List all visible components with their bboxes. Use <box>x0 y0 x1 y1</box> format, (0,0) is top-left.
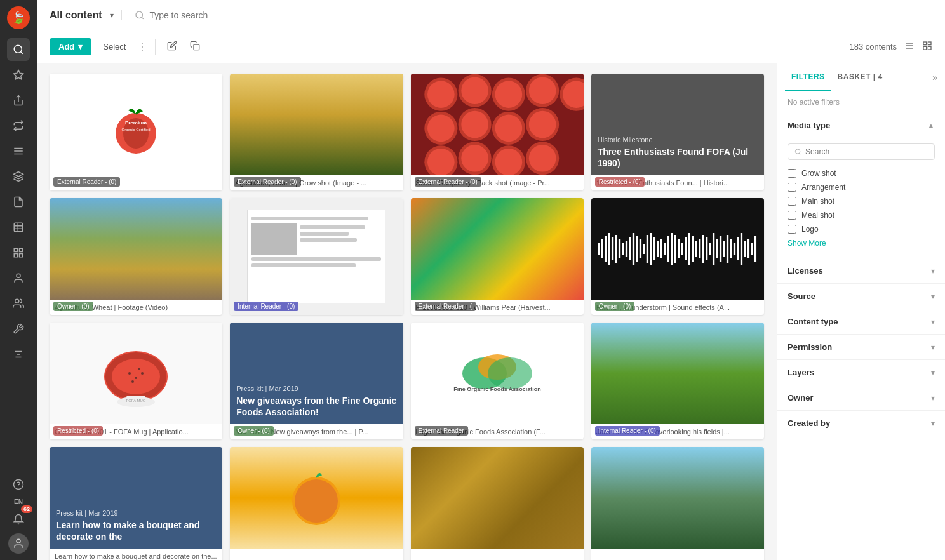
svg-point-18 <box>17 274 20 277</box>
filter-option-growshot[interactable]: Grow shot <box>788 166 935 180</box>
grid-item[interactable]: Historic Milestone Three Enthusiasts Fou… <box>591 74 764 190</box>
sidebar-settings-icon[interactable] <box>7 343 30 366</box>
sidebar-share-icon[interactable] <box>7 89 30 112</box>
sidebar-file-icon[interactable] <box>7 190 30 213</box>
notifications-icon[interactable]: 62 <box>7 508 30 531</box>
panel-expand-icon[interactable]: » <box>932 72 937 83</box>
search-input[interactable] <box>149 10 932 20</box>
filter-permission-header[interactable]: Permission ▾ <box>777 335 945 360</box>
sidebar-import-icon[interactable] <box>7 114 30 137</box>
sidebar-layers-icon[interactable] <box>7 165 30 188</box>
filter-source-label: Source <box>788 291 815 301</box>
sidebar-widget-icon[interactable] <box>7 241 30 264</box>
filter-label-logo: Logo <box>801 225 819 234</box>
sidebar-help-icon[interactable] <box>7 473 30 496</box>
svg-text:Premium: Premium <box>125 120 147 126</box>
grid-item[interactable]: External Reader - ( F-10005903-010 - Wil… <box>411 198 584 315</box>
show-more-button[interactable]: Show More <box>788 236 826 250</box>
filter-source-header[interactable]: Source ▾ <box>777 284 945 309</box>
grid-item[interactable] <box>230 447 403 560</box>
filter-owner-header[interactable]: Owner ▾ <box>777 385 945 411</box>
grid-item[interactable]: External Reader - (0) Sweet, Raspberry |… <box>411 74 584 190</box>
sidebar-users-icon[interactable] <box>7 292 30 315</box>
grid-view-icon[interactable] <box>922 41 932 53</box>
add-button[interactable]: Add ▾ <box>50 38 91 55</box>
item-label <box>411 549 584 556</box>
title-dropdown-icon[interactable]: ▾ <box>110 11 114 20</box>
item-overlay: Historic Milestone Three Enthusiasts Fou… <box>591 74 764 175</box>
filter-contenttype-header[interactable]: Content type ▾ <box>777 309 945 335</box>
filter-search-box <box>788 143 935 160</box>
app-logo[interactable]: 🍃 <box>7 6 30 29</box>
filter-checkbox-growshot[interactable] <box>788 169 796 178</box>
grid-item[interactable]: ✓ <box>230 198 403 315</box>
sidebar-wrench-icon[interactable] <box>7 317 30 340</box>
grid-item[interactable]: Owner - (0) Rainfall, Thunderstorm | Sou… <box>591 198 764 315</box>
tab-basket[interactable]: BASKET | 4 <box>831 63 889 91</box>
grid-item[interactable] <box>591 447 764 560</box>
filter-contenttype-chevron: ▾ <box>931 317 935 326</box>
sort-icon[interactable] <box>904 41 915 53</box>
tab-filters[interactable]: FILTERS <box>785 63 831 91</box>
svg-rect-92 <box>685 237 687 260</box>
filter-checkbox-logo[interactable] <box>788 225 796 234</box>
sidebar-star-icon[interactable] <box>7 63 30 86</box>
svg-rect-86 <box>664 243 666 255</box>
grid-item[interactable]: ✓ <box>50 323 222 439</box>
filter-checkbox-mealshot[interactable] <box>788 211 796 220</box>
edit-icon-btn[interactable] <box>163 38 181 56</box>
grid-item[interactable]: External Reader - (0) Agriculture, Natur… <box>230 74 403 190</box>
grid-item[interactable]: Owner - (0) Agriculture, Wheat | Footage… <box>50 198 222 315</box>
svg-rect-15 <box>20 248 23 251</box>
item-thumbnail <box>411 198 584 300</box>
svg-point-116 <box>128 372 131 375</box>
filter-mediatype-header[interactable]: Media type ▲ <box>777 113 945 138</box>
user-avatar[interactable] <box>8 533 29 554</box>
language-selector[interactable]: EN <box>14 498 23 505</box>
filter-permission-label: Permission <box>788 342 832 352</box>
select-button[interactable]: Select <box>97 38 132 55</box>
svg-rect-102 <box>720 236 721 262</box>
sidebar-table-icon[interactable] <box>7 216 30 239</box>
svg-rect-75 <box>626 241 627 257</box>
sidebar-search-icon[interactable] <box>7 38 30 61</box>
toolbar-divider <box>155 39 156 55</box>
svg-point-63 <box>427 149 455 175</box>
svg-point-118 <box>141 372 144 375</box>
grid-item[interactable]: Premium Organic Certified External Reade… <box>50 74 222 190</box>
filter-search-input[interactable] <box>805 147 928 156</box>
grid-item[interactable]: Internal Reader - (0) Jack Harvester Sr.… <box>591 323 764 439</box>
select-more-icon[interactable]: ⋮ <box>137 41 147 53</box>
filter-createdby-header[interactable]: Created by ▾ <box>777 411 945 436</box>
grid-item[interactable]: Press kit | Mar 2019 Learn how to make a… <box>50 447 222 560</box>
svg-point-57 <box>528 77 556 104</box>
filter-label-mainshot: Main shot <box>801 197 834 206</box>
filter-checkbox-mainshot[interactable] <box>788 197 796 206</box>
filter-label-arrangement: Arrangement <box>801 183 845 192</box>
sidebar-user-icon[interactable] <box>7 267 30 290</box>
filter-option-mealshot[interactable]: Meal shot <box>788 208 935 222</box>
filter-checkbox-arrangement[interactable] <box>788 183 796 192</box>
filter-licenses-header[interactable]: Licenses ▾ <box>777 258 945 284</box>
header-search <box>121 10 932 20</box>
svg-line-27 <box>142 17 144 19</box>
filter-layers-header[interactable]: Layers ▾ <box>777 360 945 385</box>
overlay-title: Learn how to make a bouquet and decorate… <box>56 519 216 542</box>
svg-point-61 <box>495 115 522 142</box>
svg-rect-82 <box>650 233 652 265</box>
content-wrapper: Premium Organic Certified External Reade… <box>37 63 945 560</box>
svg-point-66 <box>528 145 556 172</box>
svg-rect-95 <box>695 241 697 257</box>
copy-icon-btn[interactable] <box>186 38 204 56</box>
grid-item[interactable] <box>411 447 584 560</box>
grid-item[interactable]: ✓ Fine Organic Foods Association Externa… <box>411 323 584 439</box>
filter-option-arrangement[interactable]: Arrangement <box>788 180 935 194</box>
filter-option-logo[interactable]: Logo <box>788 222 935 236</box>
svg-rect-108 <box>741 233 742 265</box>
svg-rect-111 <box>751 243 753 255</box>
sidebar-menu-icon[interactable] <box>7 140 30 163</box>
svg-rect-89 <box>674 235 676 263</box>
item-thumbnail <box>591 198 764 300</box>
filter-option-mainshot[interactable]: Main shot <box>788 194 935 208</box>
grid-item[interactable]: ✓ Press kit | Mar 2019 New giveaways fro… <box>230 323 403 439</box>
